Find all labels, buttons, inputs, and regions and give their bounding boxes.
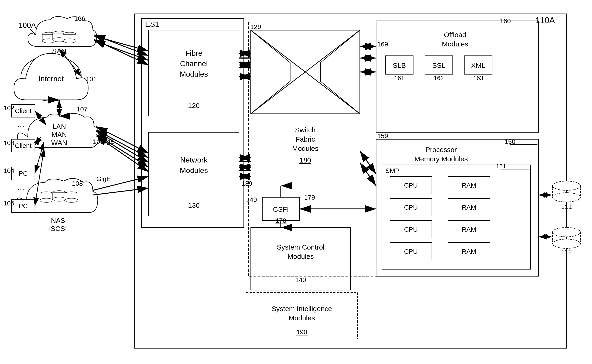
processor-label2: Memory Modules (414, 155, 468, 163)
san-label: SAN (52, 47, 66, 55)
label-111: 111 (561, 203, 572, 210)
label-103: 103 (3, 139, 14, 146)
label-180: 180 (299, 156, 311, 164)
internet-label: Internet (39, 75, 64, 83)
label-102: 102 (3, 104, 14, 112)
switch-fabric-label1: Switch (295, 126, 316, 134)
svg-point-28 (63, 39, 76, 43)
label-110a: 110A (535, 16, 555, 25)
slb-label: SLB (393, 62, 406, 69)
lan-label2: MAN (52, 131, 67, 138)
ram-label-2: RAM (462, 204, 476, 211)
pc-105-label: PC (19, 202, 28, 210)
svg-point-78 (553, 228, 580, 237)
client-102-label: Client (15, 107, 32, 114)
label-129: 129 (250, 23, 261, 30)
smp-label: SMP (385, 167, 400, 174)
cpu-label-1: CPU (404, 182, 418, 189)
label-140: 140 (295, 276, 306, 283)
csfi-label: CSFI (273, 205, 289, 213)
lan-label1: LAN (52, 123, 66, 130)
label-gige: GigE (96, 175, 111, 182)
dots-2: ... (17, 183, 24, 192)
svg-point-34 (53, 197, 66, 201)
nas-label2: iSCSI (49, 225, 67, 232)
label-151: 151 (496, 163, 506, 170)
ram-label-3: RAM (462, 226, 476, 233)
label-108: 108 (72, 180, 83, 187)
label-163: 163 (473, 75, 483, 81)
ssl-label: SSL (432, 62, 446, 69)
nas-label1: NAS (51, 217, 65, 224)
system-intel-label1: System Intelligence (272, 305, 332, 312)
label-169: 169 (377, 41, 388, 48)
fibre-channel-label1: Fibre (185, 49, 202, 57)
label-159: 159 (377, 132, 388, 140)
label-160: 160 (500, 17, 511, 25)
switch-fabric-label2: Fabric (296, 135, 315, 143)
label-161: 161 (394, 75, 404, 81)
label-130: 130 (188, 202, 200, 209)
ram-label-4: RAM (462, 248, 476, 255)
diagram-container: 110A 100A ES1 Fibre Channel Modules 120 … (0, 0, 592, 364)
label-100a: 100A (19, 21, 36, 29)
label-179: 179 (304, 194, 315, 201)
offload-modules-label2: Modules (442, 40, 468, 48)
label-149: 149 (246, 196, 257, 203)
switch-fabric-label3: Modules (292, 145, 318, 152)
label-190: 190 (296, 328, 307, 336)
svg-point-37 (65, 198, 78, 202)
system-control-label1: System Control (277, 243, 324, 251)
svg-point-74 (553, 181, 580, 190)
label-162: 162 (434, 75, 444, 81)
label-104: 104 (3, 167, 14, 174)
label-112: 112 (561, 248, 572, 256)
cpu-label-4: CPU (404, 248, 418, 255)
system-control-label2: Modules (287, 253, 314, 260)
system-intel-label2: Modules (289, 314, 315, 322)
fibre-channel-label2: Channel (180, 59, 208, 68)
svg-point-79 (553, 239, 580, 248)
ram-label-1: RAM (462, 182, 476, 189)
processor-label1: Processor (425, 146, 457, 153)
main-diagram-svg: 110A 100A ES1 Fibre Channel Modules 120 … (0, 0, 592, 364)
client-103-label: Client (15, 142, 32, 149)
label-139: 139 (241, 180, 252, 187)
fibre-channel-label3: Modules (180, 70, 208, 78)
cpu-label-2: CPU (404, 204, 418, 211)
label-150: 150 (504, 138, 515, 145)
svg-point-31 (40, 198, 53, 202)
dots-1: ... (17, 120, 24, 129)
label-107: 107 (77, 106, 88, 113)
svg-point-75 (553, 193, 580, 202)
label-106: 106 (74, 15, 85, 22)
offload-modules-label1: Offload (444, 31, 466, 39)
cpu-label-3: CPU (404, 226, 418, 233)
label-101: 101 (86, 75, 97, 83)
pc-104-label: PC (19, 170, 28, 177)
network-modules-label2: Modules (180, 166, 208, 175)
xml-label: XML (471, 62, 485, 69)
lan-label3: WAN (51, 139, 67, 146)
es1-label: ES1 (145, 20, 159, 28)
network-modules-label1: Network (180, 156, 208, 164)
label-105: 105 (3, 200, 14, 207)
label-120: 120 (188, 102, 200, 109)
